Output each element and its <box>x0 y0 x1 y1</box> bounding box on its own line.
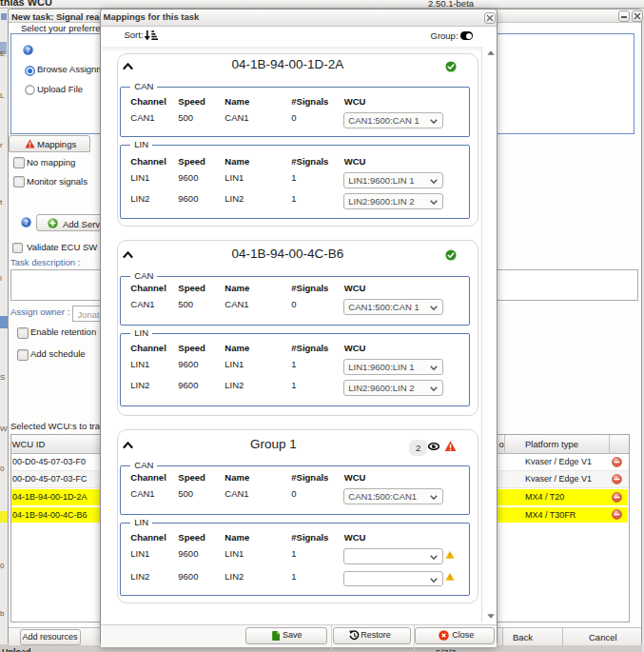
svg-text:?: ? <box>26 46 30 54</box>
svg-text:?: ? <box>24 218 29 227</box>
